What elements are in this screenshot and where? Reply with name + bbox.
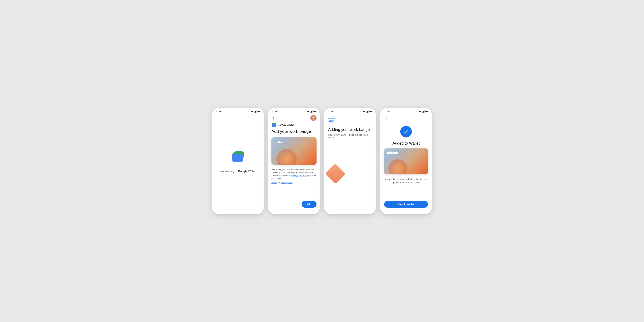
status-icons-2 (306, 110, 316, 113)
badge-card-glow (276, 148, 297, 165)
brand-name-text: Google Wallet (278, 123, 294, 126)
svg-rect-45 (428, 111, 428, 112)
connecting-brand: Google (238, 170, 248, 173)
screen3-title: Adding your work badge (328, 127, 370, 132)
home-bar-1 (230, 210, 246, 211)
svg-rect-28 (367, 111, 367, 112)
screen2-title: Add your work badge (272, 129, 316, 134)
svg-rect-30 (368, 110, 368, 113)
screen3-subtitle: Please don't leave or close this app whi… (328, 134, 372, 138)
footer-terms: Terms and Privacy Policy (272, 182, 316, 184)
svg-rect-42 (424, 110, 424, 112)
home-indicator-2 (268, 209, 320, 214)
time-2: 12:30 (272, 110, 278, 113)
time-1: 12:30 (216, 110, 222, 113)
wifi-icon-3 (362, 110, 365, 113)
screen4-content: Added to Wallet Initech It works like yo… (380, 123, 432, 209)
svg-rect-12 (311, 111, 311, 112)
badge-card-added: Initech (384, 148, 428, 174)
close-button[interactable]: × (384, 115, 389, 121)
svg-point-21 (313, 117, 313, 117)
svg-rect-29 (368, 110, 368, 112)
status-icons-3 (362, 110, 372, 113)
svg-rect-38 (331, 121, 334, 122)
success-circle (400, 126, 412, 138)
status-bar-3: 12:30 (324, 108, 376, 114)
screen2-header (268, 114, 320, 122)
home-indicator-4 (380, 209, 432, 214)
home-bar-3 (342, 210, 358, 211)
avatar-image (310, 115, 316, 121)
back-arrow-icon (272, 116, 275, 120)
status-icons-4 (418, 110, 428, 113)
svg-rect-43 (424, 110, 424, 113)
signal-icon-4 (422, 110, 424, 113)
wifi-icon-1 (250, 110, 253, 113)
screen-adding-badge: 12:30 Adding your work badge (324, 108, 376, 214)
screens-container: 12:30 (212, 108, 432, 214)
svg-rect-14 (312, 110, 312, 113)
badge-card-sm-glow (388, 159, 408, 174)
home-bar-4 (398, 210, 414, 211)
screen4-title: Added to Wallet (392, 141, 420, 146)
badge-card-preview: Initech (272, 137, 316, 165)
svg-rect-0 (254, 112, 254, 113)
time-4: 11:29 (384, 110, 390, 113)
svg-rect-10 (232, 154, 243, 162)
battery-icon-3 (369, 110, 372, 113)
svg-rect-17 (314, 111, 315, 112)
screen2-content: Google Wallet Add your work badge Initec… (268, 122, 320, 209)
wallet-icon (231, 150, 245, 164)
privacy-link[interactable]: Privacy Policy (281, 182, 293, 184)
svg-rect-46 (426, 111, 427, 112)
screen3-body: Adding your work badge Please don't leav… (324, 114, 376, 209)
connecting-body: Connecting to Google Wallet (212, 114, 264, 209)
terms-and: and (277, 182, 281, 184)
screen-connecting: 12:30 (212, 108, 264, 214)
google-wallet-brand: Google Wallet (272, 122, 316, 127)
status-icons-1 (250, 110, 260, 113)
connecting-text: Connecting to Google Wallet (220, 170, 256, 173)
view-in-wallet-button[interactable]: View in Wallet (384, 201, 428, 208)
battery-icon-1 (257, 110, 260, 113)
home-indicator-3 (324, 209, 376, 214)
screen3-content: Adding your work badge Please don't leav… (324, 114, 376, 209)
svg-rect-40 (422, 112, 422, 113)
status-bar-1: 12:30 (212, 108, 264, 114)
wallet-icon-svg (231, 150, 245, 164)
manage-passes-link[interactable]: Manage passes data (291, 174, 309, 176)
svg-rect-13 (311, 110, 312, 112)
terms-link[interactable]: Terms (272, 182, 277, 184)
google-wallet-brand-icon (272, 122, 276, 127)
wifi-icon-4 (418, 110, 421, 113)
user-avatar[interactable] (310, 115, 316, 121)
badge-card-label: Initech (275, 140, 286, 144)
id-card-icon (328, 118, 335, 124)
screen4-header: × (380, 114, 432, 123)
home-bar-2 (286, 210, 302, 211)
status-bar-2: 12:30 (268, 108, 320, 114)
screen-add-badge: 12:30 (268, 108, 320, 214)
checkmark-icon (403, 129, 409, 134)
svg-rect-32 (372, 111, 372, 112)
signal-icon-3 (366, 110, 368, 113)
signal-icon-1 (254, 110, 256, 113)
svg-rect-33 (370, 111, 371, 112)
svg-rect-3 (256, 110, 256, 113)
svg-rect-1 (255, 111, 255, 112)
back-button[interactable] (271, 115, 276, 121)
screen1-content: Connecting to Google Wallet (212, 114, 264, 209)
status-bar-4: 11:29 (380, 108, 432, 114)
home-indicator-1 (212, 209, 264, 214)
connecting-prefix: Connecting to (220, 170, 238, 173)
svg-point-36 (329, 120, 330, 121)
battery-icon-4 (425, 110, 428, 113)
svg-rect-16 (316, 111, 316, 112)
screen4-body: Added to Wallet Initech It works like yo… (380, 123, 432, 209)
svg-rect-6 (258, 111, 259, 112)
svg-rect-26 (272, 124, 276, 127)
svg-rect-5 (259, 111, 260, 112)
add-button[interactable]: Add (302, 201, 316, 208)
svg-rect-41 (423, 111, 423, 112)
wifi-icon-2 (306, 110, 309, 113)
